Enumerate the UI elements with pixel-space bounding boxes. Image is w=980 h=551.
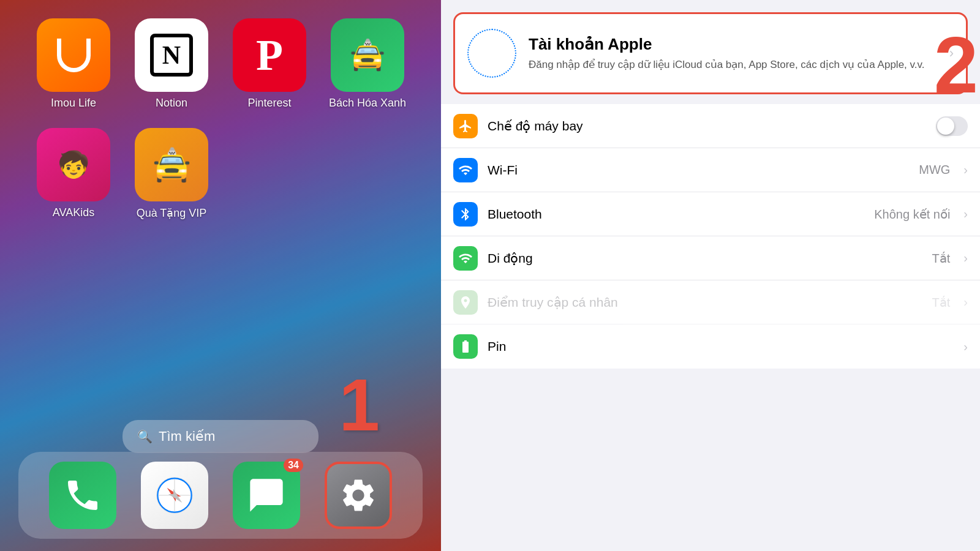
notion-letter: N: [150, 34, 193, 77]
wifi-icon: [453, 158, 478, 182]
app-label-bachhoaxanh: Bách Hóa Xanh: [329, 97, 406, 110]
app-label-avakids: AVAKids: [53, 206, 94, 219]
app-item-bachhoaxanh[interactable]: 🚖 Bách Hóa Xanh: [325, 18, 410, 110]
hotspot-icon: [453, 290, 478, 315]
app-item-imou[interactable]: Imou Life: [31, 18, 116, 110]
wifi-label: Wi-Fi: [488, 163, 909, 178]
settings-row-hotspot: Điểm truy cập cá nhân Tắt ›: [441, 280, 980, 324]
settings-row-cellular[interactable]: Di động Tắt ›: [441, 236, 980, 280]
app-icon-notion[interactable]: N: [135, 18, 208, 92]
settings-section-connectivity: Chế độ máy bay Wi-Fi MWG ›: [441, 104, 980, 369]
cellular-value: Tắt: [932, 251, 951, 266]
battery-label: Pin: [488, 339, 940, 354]
dock-safari-icon[interactable]: [141, 462, 208, 529]
settings-gear-svg: [339, 476, 378, 515]
step-1-number: 1: [339, 362, 380, 447]
apple-account-card[interactable]: Tài khoản Apple Đăng nhập để truy cập dữ…: [453, 12, 968, 94]
app-icon-pinterest[interactable]: P: [233, 18, 306, 92]
pinterest-letter: P: [256, 30, 283, 81]
search-label: Tìm kiếm: [159, 429, 215, 444]
app-icon-quatangvip[interactable]: 🚖: [135, 128, 208, 201]
account-text-block: Tài khoản Apple Đăng nhập để truy cập dữ…: [529, 35, 937, 72]
settings-row-bluetooth[interactable]: Bluetooth Không kết nối ›: [441, 192, 980, 236]
account-title: Tài khoản Apple: [529, 35, 937, 54]
search-bar[interactable]: 🔍 Tìm kiếm: [123, 420, 318, 453]
settings-row-airplane[interactable]: Chế độ máy bay: [441, 104, 980, 148]
wifi-svg: [458, 163, 473, 178]
app-item-notion[interactable]: N Notion: [129, 18, 214, 110]
wifi-value: MWG: [919, 163, 950, 177]
app-label-notion: Notion: [156, 97, 187, 110]
safari-svg: [155, 476, 194, 515]
airplane-svg: [458, 119, 473, 133]
bluetooth-label: Bluetooth: [488, 207, 864, 222]
bluetooth-svg: [458, 207, 473, 222]
settings-row-wifi[interactable]: Wi-Fi MWG ›: [441, 148, 980, 192]
app-item-quatangvip[interactable]: 🚖 Quà Tặng VIP: [129, 128, 214, 220]
step-2-number: 2: [934, 19, 978, 111]
app-label-imou: Imou Life: [51, 97, 96, 110]
avakids-icon-emoji: 🧒: [58, 152, 89, 178]
bachhoaxanh-icon-emoji: 🚖: [349, 38, 386, 72]
wifi-chevron-icon: ›: [963, 163, 968, 177]
airplane-mode-icon: [453, 114, 478, 138]
app-icon-bachhoaxanh[interactable]: 🚖: [331, 18, 404, 92]
apple-logo-container: [467, 29, 516, 78]
app-icon-avakids[interactable]: 🧒: [37, 128, 110, 201]
hotspot-value: Tắt: [932, 295, 951, 310]
account-description: Đăng nhập để truy cập dữ liệu iCloud của…: [529, 58, 937, 72]
messages-badge: 34: [284, 459, 303, 472]
bluetooth-icon: [453, 202, 478, 227]
bluetooth-chevron-icon: ›: [963, 207, 968, 221]
messages-svg: [247, 476, 286, 515]
settings-panel: Tài khoản Apple Đăng nhập để truy cập dữ…: [441, 0, 980, 551]
app-label-quatangvip: Quà Tặng VIP: [137, 206, 207, 220]
battery-icon: [453, 334, 478, 359]
cellular-svg: [458, 251, 473, 266]
app-grid: Imou Life N Notion P Pinterest 🚖 Bách Hó…: [24, 18, 417, 220]
phone-svg: [63, 476, 102, 515]
dock: 34: [18, 452, 423, 539]
battery-chevron-icon: ›: [963, 340, 968, 354]
apple-dots-ring: [467, 29, 516, 78]
dock-settings-icon[interactable]: [325, 462, 392, 529]
app-icon-imou[interactable]: [37, 18, 110, 92]
settings-list: Chế độ máy bay Wi-Fi MWG ›: [441, 104, 980, 551]
cellular-label: Di động: [488, 251, 922, 266]
dock-messages-icon[interactable]: 34: [233, 462, 300, 529]
cellular-icon: [453, 246, 478, 271]
dock-phone-icon[interactable]: [49, 462, 116, 529]
bluetooth-value: Không kết nối: [874, 207, 950, 222]
cellular-chevron-icon: ›: [963, 251, 968, 265]
iphone-home-screen: Imou Life N Notion P Pinterest 🚖 Bách Hó…: [0, 0, 441, 551]
hotspot-chevron-icon: ›: [963, 295, 968, 309]
airplane-mode-toggle[interactable]: [936, 116, 968, 136]
app-item-pinterest[interactable]: P Pinterest: [227, 18, 312, 110]
search-icon: 🔍: [137, 429, 153, 444]
quatangvip-icon-emoji: 🚖: [152, 146, 192, 184]
battery-svg: [458, 339, 473, 354]
settings-row-battery[interactable]: Pin ›: [441, 324, 980, 369]
app-item-avakids[interactable]: 🧒 AVAKids: [31, 128, 116, 220]
hotspot-label: Điểm truy cập cá nhân: [488, 295, 922, 310]
app-label-pinterest: Pinterest: [247, 97, 291, 110]
airplane-mode-label: Chế độ máy bay: [488, 119, 926, 133]
hotspot-svg: [458, 295, 473, 310]
